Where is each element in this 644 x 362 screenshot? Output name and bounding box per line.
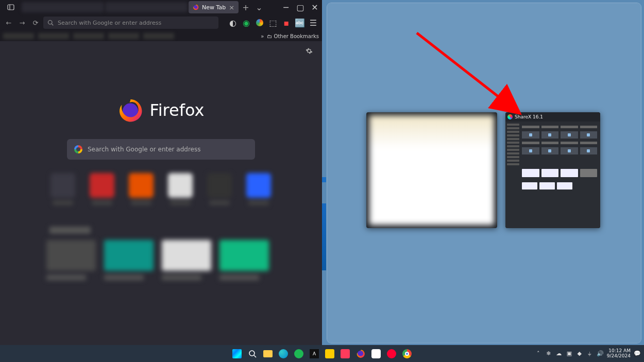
- tray-volume-icon[interactable]: 🔊: [597, 350, 604, 357]
- bookmarks-overflow-icon[interactable]: »: [261, 33, 264, 39]
- firefox-hero: Firefox: [0, 98, 322, 123]
- taskbar-youtube[interactable]: [386, 348, 397, 359]
- extension-icon-0[interactable]: ◐: [227, 18, 239, 28]
- other-bookmarks-folder[interactable]: 🗀 Other Bookmarks: [267, 33, 319, 39]
- snap-assist-area: ShareX 16.1: [322, 0, 644, 345]
- tab-title: New Tab: [202, 4, 226, 11]
- content-card[interactable]: [219, 240, 269, 280]
- new-tab-content: Firefox Search with Google or enter addr…: [0, 41, 322, 345]
- firefox-tab-icon: [193, 4, 199, 10]
- svg-line-8: [254, 355, 256, 357]
- app-menu-button[interactable]: ☰: [308, 18, 319, 28]
- panel-icon: [7, 4, 14, 11]
- firefox-wordmark: Firefox: [150, 100, 205, 120]
- shortcut-tile[interactable]: [167, 173, 194, 210]
- snap-candidate-window-1[interactable]: ShareX 16.1: [505, 112, 600, 228]
- reload-button[interactable]: ⟳: [30, 19, 41, 27]
- firefox-window: New Tab × + ⌄ ─ ▢ ✕ ← → ⟳ Search with Go…: [0, 0, 322, 345]
- google-icon: [74, 145, 82, 153]
- navigation-toolbar: ← → ⟳ Search with Google or enter addres…: [0, 14, 322, 31]
- tray-icon[interactable]: ▣: [566, 350, 573, 357]
- tray-icon[interactable]: ❄: [545, 350, 552, 357]
- firefox-logo-icon: [118, 98, 143, 123]
- forward-button[interactable]: →: [16, 19, 28, 27]
- svg-line-4: [52, 24, 53, 25]
- system-tray: ˄ ❄ ☁ ▣ ◆ ⏚ 🔊 10:12 AM 9/24/2024 💬: [535, 349, 641, 359]
- extension-icon-4[interactable]: ▪: [281, 18, 292, 28]
- taskbar-music[interactable]: [340, 348, 351, 359]
- all-tabs-dropdown[interactable]: ⌄: [253, 3, 265, 12]
- hero-search-box[interactable]: Search with Google or enter address: [67, 139, 255, 160]
- hero-search-placeholder: Search with Google or enter address: [88, 146, 201, 153]
- taskbar-firefox[interactable]: [355, 348, 366, 359]
- close-button[interactable]: ✕: [308, 0, 322, 14]
- taskbar-slack[interactable]: [370, 348, 382, 359]
- tray-onedrive-icon[interactable]: ☁: [555, 350, 563, 357]
- recommended-cards: [46, 240, 269, 280]
- titlebar: New Tab × + ⌄ ─ ▢ ✕: [0, 0, 322, 14]
- bookmarks-blurred: [3, 33, 174, 39]
- extension-icon-3[interactable]: ⬚: [267, 18, 279, 28]
- customize-button[interactable]: [306, 47, 313, 55]
- maximize-button[interactable]: ▢: [293, 0, 308, 14]
- tab-blurred-0[interactable]: [22, 2, 104, 12]
- tray-wifi-icon[interactable]: ⏚: [586, 350, 594, 357]
- url-bar-placeholder: Search with Google or enter address: [58, 20, 161, 26]
- bookmarks-toolbar: » 🗀 Other Bookmarks: [0, 31, 322, 41]
- svg-point-3: [48, 21, 53, 25]
- tray-icon[interactable]: ◆: [576, 350, 583, 357]
- notifications-button[interactable]: 💬: [634, 350, 641, 357]
- taskbar-center: A: [231, 348, 413, 359]
- window-title-text: ShareX 16.1: [515, 114, 543, 119]
- taskbar-chrome[interactable]: [401, 348, 413, 359]
- start-button[interactable]: [231, 348, 243, 359]
- tab-strip: New Tab × + ⌄: [22, 0, 279, 14]
- tray-overflow[interactable]: ˄: [535, 350, 542, 357]
- content-card[interactable]: [46, 240, 96, 280]
- shortcut-tile[interactable]: [89, 173, 115, 210]
- taskbar-clock[interactable]: 10:12 AM 9/24/2024: [607, 349, 631, 359]
- window-controls: ─ ▢ ✕: [279, 0, 322, 14]
- url-bar[interactable]: Search with Google or enter address: [43, 16, 218, 29]
- desktop-peek: [322, 203, 326, 270]
- clock-date: 9/24/2024: [607, 354, 631, 359]
- sidebar-toggle-button[interactable]: [0, 0, 22, 14]
- search-icon: [47, 20, 54, 26]
- window-titlebar: ShareX 16.1: [505, 112, 600, 122]
- section-heading-blurred: [49, 227, 91, 234]
- taskbar-explorer[interactable]: [262, 348, 274, 359]
- new-tab-button[interactable]: +: [240, 3, 252, 12]
- taskbar-terminal[interactable]: A: [309, 348, 320, 359]
- shortcut-tile[interactable]: [128, 173, 155, 210]
- shortcut-tile[interactable]: [245, 173, 272, 210]
- window-thumbnail-body: [505, 122, 600, 228]
- content-card[interactable]: [104, 240, 154, 280]
- svg-point-7: [249, 351, 255, 356]
- tab-blurred-1[interactable]: [105, 2, 188, 12]
- other-bookmarks-label: Other Bookmarks: [274, 33, 319, 39]
- window-thumbnail-blurred: [369, 115, 494, 225]
- shortcut-tile[interactable]: [206, 173, 233, 210]
- minimize-button[interactable]: ─: [279, 0, 293, 14]
- tab-new-tab[interactable]: New Tab ×: [189, 1, 239, 13]
- taskbar-app-yellow[interactable]: [324, 348, 335, 359]
- taskbar-search-button[interactable]: [247, 348, 258, 359]
- sharex-icon: [507, 114, 513, 119]
- top-sites: [49, 173, 272, 210]
- svg-rect-0: [8, 5, 14, 10]
- folder-icon: 🗀: [267, 33, 272, 39]
- extension-icon-2[interactable]: [254, 19, 265, 26]
- shortcut-tile[interactable]: [49, 173, 76, 210]
- taskbar: A ˄ ❄ ☁ ▣ ◆ ⏚ 🔊 10:12 AM 9/24/2024 💬: [0, 345, 644, 362]
- tab-close-button[interactable]: ×: [229, 4, 234, 11]
- content-card[interactable]: [162, 240, 211, 280]
- snap-candidate-window-0[interactable]: [366, 112, 497, 228]
- extension-icon-5[interactable]: 🔤: [294, 18, 306, 28]
- desktop-peek: [322, 177, 326, 182]
- back-button[interactable]: ←: [3, 19, 14, 27]
- taskbar-spotify[interactable]: [293, 348, 304, 359]
- taskbar-edge[interactable]: [278, 348, 289, 359]
- extension-icon-1[interactable]: ◉: [241, 18, 252, 28]
- gear-icon: [306, 47, 313, 55]
